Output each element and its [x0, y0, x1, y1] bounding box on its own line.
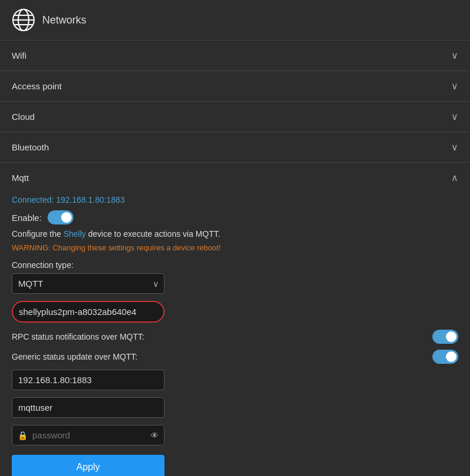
password-input[interactable] — [12, 425, 164, 445]
configure-prefix: Configure the — [12, 229, 63, 239]
bluetooth-section: Bluetooth ∨ — [0, 132, 470, 163]
cloud-section-header[interactable]: Cloud ∨ — [0, 102, 470, 132]
access-point-section-header[interactable]: Access point ∨ — [0, 71, 470, 101]
generic-status-row: Generic status update over MQTT: — [12, 350, 458, 364]
server-input[interactable] — [12, 370, 164, 390]
mqtt-label: Mqtt — [12, 173, 29, 183]
connection-type-select[interactable]: MQTT WebSocket — [12, 273, 164, 294]
wifi-chevron-icon: ∨ — [451, 50, 458, 61]
bluetooth-chevron-icon: ∨ — [451, 142, 458, 153]
rpc-status-slider — [432, 330, 458, 344]
mqtt-configure-text: Configure the Shelly device to execute a… — [12, 229, 458, 239]
mqtt-enable-row: Enable: — [12, 210, 458, 224]
generic-status-slider — [432, 350, 458, 364]
wifi-section: Wifi ∨ — [0, 41, 470, 71]
access-point-label: Access point — [12, 81, 62, 91]
cloud-chevron-icon: ∨ — [451, 111, 458, 122]
connection-type-dropdown-wrapper: MQTT WebSocket ∨ — [12, 273, 164, 294]
cloud-section: Cloud ∨ — [0, 102, 470, 132]
cloud-label: Cloud — [12, 112, 35, 122]
mqtt-chevron-icon: ∧ — [451, 172, 458, 183]
rpc-status-row: RPC status notifications over MQTT: — [12, 330, 458, 344]
connection-type-label: Connection type: — [12, 260, 458, 270]
eye-icon[interactable]: 👁 — [150, 431, 159, 440]
mqtt-content: Connected: 192.168.1.80:1883 Enable: Con… — [0, 193, 470, 476]
client-id-input[interactable] — [12, 301, 164, 323]
shelly-link[interactable]: Shelly — [63, 229, 86, 239]
mqtt-enable-toggle[interactable] — [48, 210, 73, 224]
mqtt-connected-status: Connected: 192.168.1.80:1883 — [12, 195, 458, 205]
username-input[interactable] — [12, 397, 164, 418]
mqtt-warning: WARNING: Changing these settings require… — [12, 243, 458, 252]
rpc-status-toggle[interactable] — [432, 330, 458, 344]
generic-status-toggle[interactable] — [432, 350, 458, 364]
configure-suffix: device to execute actions via MQTT. — [86, 229, 220, 239]
mqtt-enable-label: Enable: — [12, 213, 42, 223]
page-title: Networks — [42, 14, 86, 26]
access-point-section: Access point ∨ — [0, 71, 470, 102]
wifi-label: Wifi — [12, 51, 26, 61]
mqtt-section-header[interactable]: Mqtt ∧ — [0, 163, 470, 193]
page-header: Networks — [0, 0, 470, 41]
generic-status-label: Generic status update over MQTT: — [12, 352, 427, 361]
bluetooth-section-header[interactable]: Bluetooth ∨ — [0, 132, 470, 162]
bluetooth-label: Bluetooth — [12, 142, 49, 152]
mqtt-section: Mqtt ∧ Connected: 192.168.1.80:1883 Enab… — [0, 163, 470, 476]
access-point-chevron-icon: ∨ — [451, 81, 458, 92]
lock-icon: 🔒 — [18, 431, 28, 440]
password-wrapper: 🔒 👁 — [12, 425, 164, 445]
rpc-status-label: RPC status notifications over MQTT: — [12, 332, 427, 341]
globe-icon — [12, 8, 35, 32]
apply-button[interactable]: Apply — [12, 455, 164, 476]
mqtt-enable-slider — [48, 210, 73, 224]
wifi-section-header[interactable]: Wifi ∨ — [0, 41, 470, 71]
